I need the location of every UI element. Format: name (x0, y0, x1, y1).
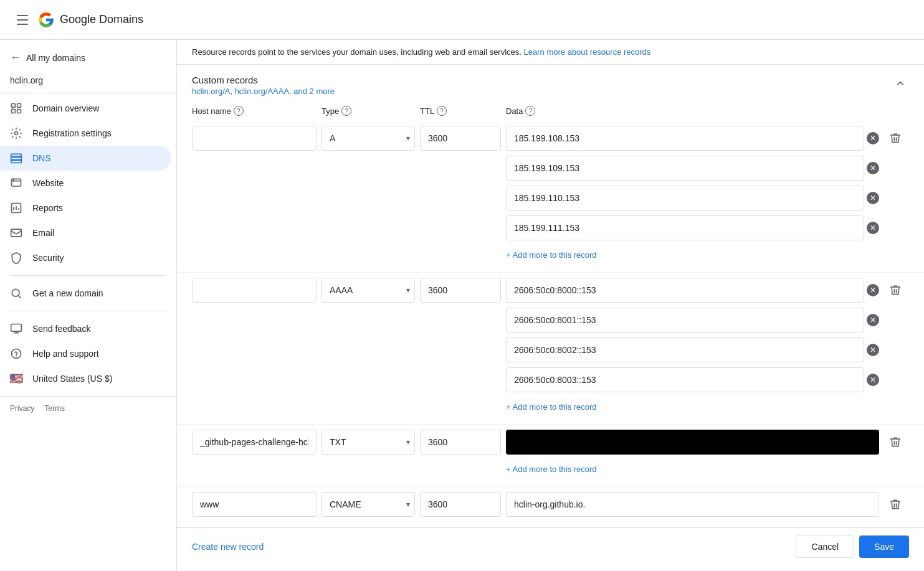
add-more-txt[interactable]: + Add more to this record (506, 462, 879, 476)
sidebar-item-reports[interactable]: Reports (0, 196, 171, 220)
terms-link[interactable]: Terms (44, 404, 65, 413)
data-clear-btn-aaaa-1[interactable]: ✕ (867, 284, 879, 296)
add-more-a[interactable]: + Add more to this record (506, 248, 879, 262)
data-clear-btn-a-3[interactable]: ✕ (867, 192, 879, 204)
feedback-icon (10, 323, 22, 335)
data-input-a-1[interactable] (506, 126, 864, 151)
cancel-button[interactable]: Cancel (796, 536, 854, 558)
data-clear-btn-aaaa-3[interactable]: ✕ (867, 344, 879, 356)
bottom-buttons: Cancel Save (796, 536, 909, 558)
sidebar-item-label: Website (32, 178, 64, 188)
back-label: All my domains (26, 53, 85, 63)
shield-icon (10, 252, 22, 264)
data-input-aaaa-1[interactable] (506, 278, 864, 303)
svg-rect-5 (11, 154, 22, 156)
record-group-txt: A AAAA CNAME TXT MX + Add more to this r… (177, 425, 924, 487)
type-help-icon[interactable]: ? (341, 106, 351, 116)
ttl-help-icon[interactable]: ? (437, 106, 447, 116)
data-clear-btn-a-1[interactable]: ✕ (867, 132, 879, 144)
data-row-item (506, 492, 879, 517)
data-clear-btn-aaaa-4[interactable]: ✕ (867, 374, 879, 386)
data-help-icon[interactable]: ? (525, 106, 535, 116)
add-more-aaaa[interactable]: + Add more to this record (506, 400, 879, 414)
back-to-domains[interactable]: ← All my domains (0, 45, 176, 70)
delete-record-aaaa[interactable] (884, 278, 907, 303)
data-row-item: ✕ (506, 156, 879, 181)
data-row-item: ✕ (506, 126, 879, 151)
delete-record-a[interactable] (884, 126, 907, 151)
privacy-link[interactable]: Privacy (10, 404, 34, 413)
flag-icon: 🇺🇸 (10, 372, 22, 385)
info-link[interactable]: Learn more about resource records (524, 47, 651, 57)
data-clear-btn-a-2[interactable]: ✕ (867, 162, 879, 174)
sidebar-item-help[interactable]: Help and support (0, 341, 176, 366)
type-select-a[interactable]: A AAAA CNAME TXT MX NS SRV (321, 126, 415, 151)
svg-rect-10 (11, 229, 22, 237)
sidebar-item-website[interactable]: Website (0, 171, 171, 196)
sidebar-item-label: DNS (32, 153, 51, 163)
sidebar-item-label: Reports (32, 203, 63, 213)
hostname-input-cname[interactable] (192, 492, 317, 517)
type-select-wrapper-aaaa: A AAAA CNAME TXT MX (321, 278, 415, 303)
data-rows-txt: + Add more to this record (506, 430, 879, 476)
send-feedback-label: Send feedback (32, 324, 90, 334)
save-button[interactable]: Save (859, 536, 909, 558)
type-select-cname[interactable]: A AAAA CNAME TXT MX (321, 492, 415, 517)
data-row-item: ✕ (506, 308, 879, 333)
back-arrow-icon: ← (10, 51, 21, 64)
custom-records-subtitle: hclin.org/A, hclin.org/AAAA, and 2 more (192, 87, 335, 96)
hostname-input-txt[interactable] (192, 430, 317, 455)
data-input-a-4[interactable] (506, 215, 864, 240)
sidebar-item-dns[interactable]: DNS (0, 146, 171, 171)
svg-rect-8 (12, 179, 21, 186)
type-select-txt[interactable]: A AAAA CNAME TXT MX (321, 430, 415, 455)
hamburger-icon (17, 15, 28, 25)
collapse-button[interactable] (892, 75, 909, 94)
header-title: Google Domains (60, 13, 143, 26)
ttl-input-cname[interactable] (420, 492, 501, 517)
sidebar-item-registration-settings[interactable]: Registration settings (0, 121, 171, 146)
data-clear-btn-aaaa-2[interactable]: ✕ (867, 314, 879, 326)
ttl-input-aaaa[interactable] (420, 278, 501, 303)
data-rows-a: ✕ ✕ ✕ ✕ + Add more to this record (506, 126, 879, 262)
data-input-cname-1[interactable] (506, 492, 879, 517)
table-header: Host name ? Type ? TTL ? Data ? (177, 101, 924, 121)
data-clear-btn-a-4[interactable]: ✕ (867, 222, 879, 234)
sidebar-divider-2 (10, 311, 166, 311)
data-input-a-2[interactable] (506, 156, 864, 181)
data-row-item-redacted (506, 430, 879, 455)
data-input-aaaa-4[interactable] (506, 367, 864, 392)
svg-rect-6 (11, 157, 22, 159)
sidebar-item-locale[interactable]: 🇺🇸 United States (US $) (0, 366, 176, 391)
svg-point-14 (16, 356, 17, 357)
create-new-record-link[interactable]: Create new record (192, 542, 264, 552)
type-select-aaaa[interactable]: A AAAA CNAME TXT MX (321, 278, 415, 303)
ttl-input-txt[interactable] (420, 430, 501, 455)
data-input-aaaa-3[interactable] (506, 337, 864, 362)
hostname-input-aaaa[interactable] (192, 278, 317, 303)
content-area: Resource records point to the services y… (177, 40, 924, 571)
hostname-input-a[interactable] (192, 126, 317, 151)
th-data-label: Data (506, 106, 523, 116)
ttl-input-a[interactable] (420, 126, 501, 151)
get-domain-label: Get a new domain (32, 288, 103, 298)
data-row-item: ✕ (506, 337, 879, 362)
delete-record-cname[interactable] (884, 492, 907, 517)
record-row-aaaa: A AAAA CNAME TXT MX ✕ ✕ (192, 278, 909, 414)
data-input-aaaa-2[interactable] (506, 308, 864, 333)
sidebar-item-get-domain[interactable]: Get a new domain (0, 281, 176, 306)
sidebar-item-security[interactable]: Security (0, 245, 171, 270)
th-hostname: Host name ? (192, 106, 317, 116)
custom-records-title-group: Custom records hclin.org/A, hclin.org/AA… (192, 75, 335, 96)
data-input-txt-redacted[interactable] (506, 430, 879, 455)
delete-record-txt[interactable] (884, 430, 907, 455)
sidebar-item-send-feedback[interactable]: Send feedback (0, 316, 176, 341)
sidebar-item-email[interactable]: Email (0, 220, 171, 245)
data-input-a-3[interactable] (506, 186, 864, 210)
header-logo: Google Domains (37, 11, 143, 29)
sidebar-footer: Privacy Terms (0, 396, 176, 420)
hostname-help-icon[interactable]: ? (234, 106, 244, 116)
sidebar-item-domain-overview[interactable]: Domain overview (0, 96, 171, 121)
menu-icon[interactable] (10, 7, 35, 32)
sidebar-item-label: Registration settings (32, 128, 112, 138)
